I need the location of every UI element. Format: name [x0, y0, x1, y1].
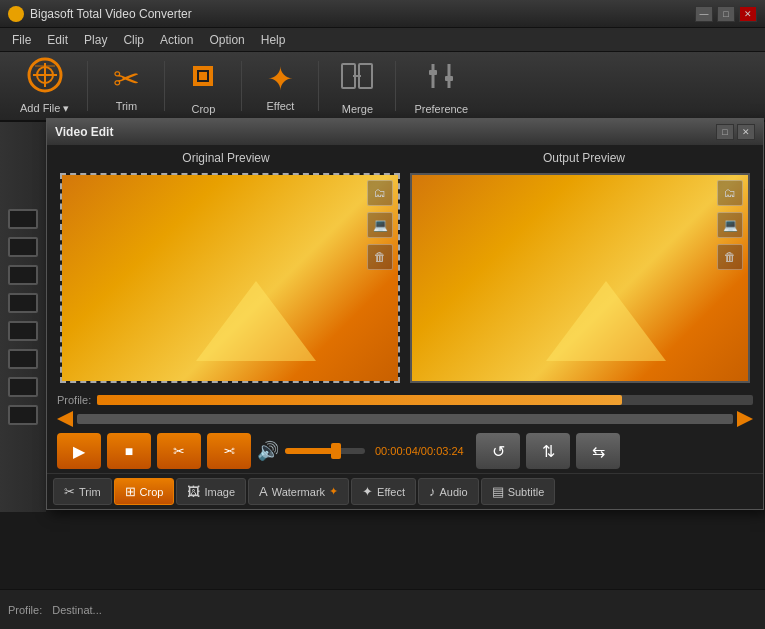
prev-arrow[interactable]: ◀ [60, 259, 62, 297]
crop-button[interactable]: Crop [173, 52, 233, 121]
merge-icon [339, 58, 375, 101]
subtitle-tab-label: Subtitle [508, 486, 545, 498]
title-bar: Bigasoft Total Video Converter — □ ✕ [0, 0, 765, 28]
sep-2 [164, 61, 165, 111]
crop-tab-label: Crop [140, 486, 164, 498]
output-preview-video: 🗂 💻 🗑 [410, 173, 750, 383]
effect-icon: ✦ [267, 60, 294, 98]
volume-fill [285, 448, 333, 454]
menu-help[interactable]: Help [253, 31, 294, 49]
tab-audio[interactable]: ♪ Audio [418, 478, 479, 505]
tab-trim[interactable]: ✂ Trim [53, 478, 112, 505]
svg-rect-13 [445, 76, 453, 81]
dialog-maximize-button[interactable]: □ [716, 124, 734, 140]
image-tab-label: Image [204, 486, 235, 498]
flip-v-button[interactable]: ⇅ [526, 433, 570, 469]
trim-tab-icon: ✂ [64, 484, 75, 499]
trim-label: Trim [116, 100, 138, 112]
rotate-button[interactable]: ↺ [476, 433, 520, 469]
menu-clip[interactable]: Clip [115, 31, 152, 49]
dialog-title-text: Video Edit [55, 125, 113, 139]
menu-file[interactable]: File [4, 31, 39, 49]
bottom-tabs: ✂ Trim ⊞ Crop 🖼 Image A Watermark ✦ ✦ Ef… [47, 473, 763, 509]
destination-status: Destinat... [52, 604, 102, 616]
volume-icon: 🔊 [257, 440, 279, 462]
audio-tab-icon: ♪ [429, 484, 436, 499]
stop-button[interactable]: ■ [107, 433, 151, 469]
timeline-scrubber[interactable] [77, 414, 733, 424]
merge-button[interactable]: Merge [327, 52, 387, 121]
preview-area: 🗂 💻 🗑 ◀ 🗂 💻 [47, 165, 763, 391]
out-desktop-icon-1: 🗂 [717, 180, 743, 206]
controls-area: ▶ ■ ✂ ✂ 🔊 00:00:04/00:03:24 ↺ ⇅ ⇆ [47, 429, 763, 473]
timeline-fill [97, 395, 622, 405]
menu-play[interactable]: Play [76, 31, 115, 49]
desktop-icon-3: 🗑 [367, 244, 393, 270]
scrubber-row [47, 409, 763, 429]
tab-image[interactable]: 🖼 Image [176, 478, 246, 505]
film-hole-8 [8, 405, 38, 425]
tab-crop[interactable]: ⊞ Crop [114, 478, 175, 505]
left-strip [0, 122, 46, 512]
status-bar: Profile: Destinat... [0, 589, 765, 629]
image-tab-icon: 🖼 [187, 484, 200, 499]
flip-h-button[interactable]: ⇆ [576, 433, 620, 469]
add-file-icon [27, 57, 63, 100]
cut-left-button[interactable]: ✂ [157, 433, 201, 469]
effect-tab-label: Effect [377, 486, 405, 498]
volume-slider[interactable] [285, 448, 365, 454]
effect-label: Effect [266, 100, 294, 112]
cut-right-button[interactable]: ✂ [207, 433, 251, 469]
merge-label: Merge [342, 103, 373, 115]
audio-tab-label: Audio [440, 486, 468, 498]
film-hole-7 [8, 377, 38, 397]
volume-thumb[interactable] [331, 443, 341, 459]
preference-button[interactable]: Preference [404, 52, 478, 121]
original-preview-label: Original Preview [182, 151, 269, 165]
out-desktop-icon-3: 🗑 [717, 244, 743, 270]
subtitle-tab-icon: ▤ [492, 484, 504, 499]
timeline-end-arrow[interactable] [737, 411, 753, 427]
effect-tab-icon: ✦ [362, 484, 373, 499]
profile-status: Profile: [8, 604, 42, 616]
original-preview-panel: 🗂 💻 🗑 ◀ [55, 173, 405, 383]
effect-button[interactable]: ✦ Effect [250, 54, 310, 118]
app-icon [8, 6, 24, 22]
trim-button[interactable]: ✂ Trim [96, 54, 156, 118]
trim-icon: ✂ [113, 60, 140, 98]
play-button[interactable]: ▶ [57, 433, 101, 469]
tab-watermark[interactable]: A Watermark ✦ [248, 478, 349, 505]
menu-option[interactable]: Option [201, 31, 252, 49]
menu-bar: File Edit Play Clip Action Option Help [0, 28, 765, 52]
add-file-button[interactable]: Add File ▾ [10, 51, 79, 121]
trim-tab-label: Trim [79, 486, 101, 498]
out-pyramid-shape [546, 281, 666, 361]
output-preview-label: Output Preview [543, 151, 625, 165]
desktop-icon-1: 🗂 [367, 180, 393, 206]
video-edit-dialog: Video Edit □ ✕ Original Preview Output P… [46, 118, 764, 510]
menu-action[interactable]: Action [152, 31, 201, 49]
sep-3 [241, 61, 242, 111]
add-file-label: Add File ▾ [20, 102, 69, 115]
dialog-close-button[interactable]: ✕ [737, 124, 755, 140]
close-button[interactable]: ✕ [739, 6, 757, 22]
crop-label: Crop [192, 103, 216, 115]
film-hole-5 [8, 321, 38, 341]
tab-effect[interactable]: ✦ Effect [351, 478, 416, 505]
sep-5 [395, 61, 396, 111]
profile-row: Profile: [47, 391, 763, 409]
tab-subtitle[interactable]: ▤ Subtitle [481, 478, 556, 505]
preference-label: Preference [414, 103, 468, 115]
watermark-tab-label: Watermark [272, 486, 325, 498]
profile-label: Profile: [57, 394, 91, 406]
watermark-tab-icon: A [259, 484, 268, 499]
maximize-button[interactable]: □ [717, 6, 735, 22]
menu-edit[interactable]: Edit [39, 31, 76, 49]
crop-icon [185, 58, 221, 101]
timeline-track[interactable] [97, 395, 753, 405]
original-video-content: 🗂 💻 🗑 [62, 175, 398, 381]
minimize-button[interactable]: — [695, 6, 713, 22]
timeline-start-arrow[interactable] [57, 411, 73, 427]
watermark-star-icon: ✦ [329, 485, 338, 498]
dialog-title-bar: Video Edit □ ✕ [47, 119, 763, 145]
